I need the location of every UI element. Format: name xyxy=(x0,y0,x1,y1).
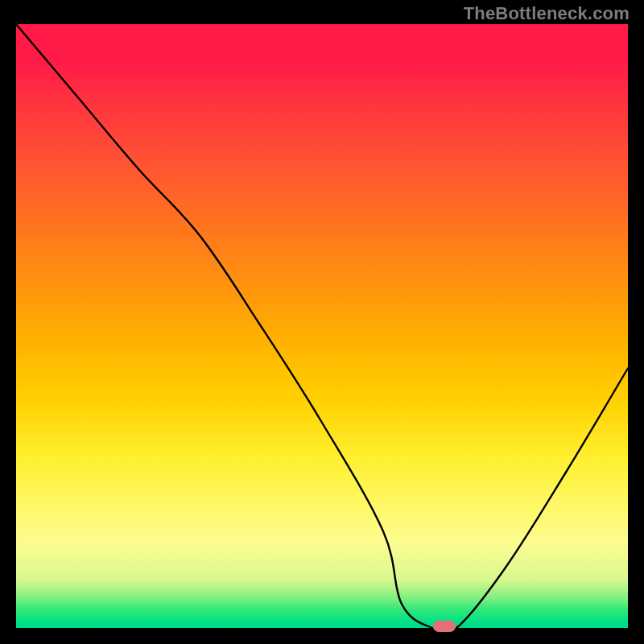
watermark-text: TheBottleneck.com xyxy=(464,3,630,24)
bottleneck-curve xyxy=(16,24,628,628)
plot-area xyxy=(16,24,628,628)
chart-container: TheBottleneck.com xyxy=(0,0,644,644)
minimum-marker xyxy=(433,621,456,632)
